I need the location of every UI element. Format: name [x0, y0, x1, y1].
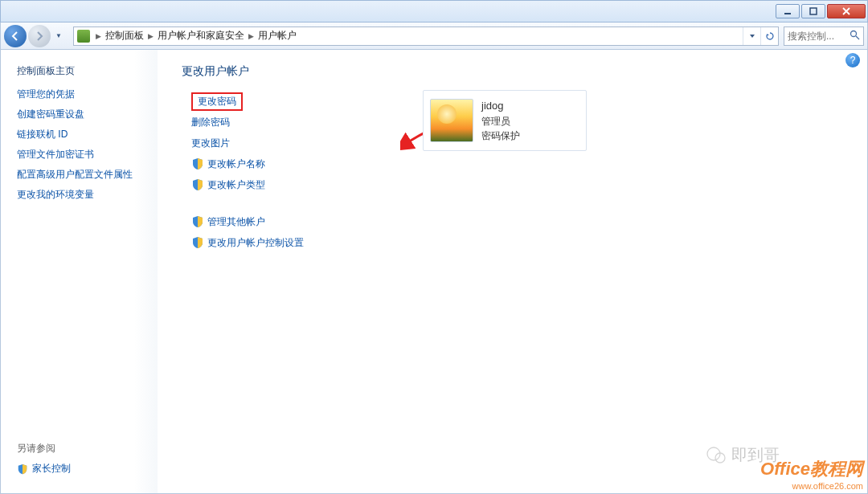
- maximize-button[interactable]: [801, 4, 825, 18]
- breadcrumb-level1[interactable]: 用户帐户和家庭安全: [156, 29, 246, 43]
- user-avatar: [430, 99, 473, 142]
- svg-point-2: [851, 31, 857, 36]
- sidebar-title: 控制面板主页: [17, 64, 149, 78]
- svg-rect-1: [810, 8, 817, 14]
- shield-icon: [191, 215, 204, 228]
- shield-icon: [191, 178, 204, 191]
- chevron-right-icon: ▶: [145, 32, 156, 40]
- breadcrumb-root[interactable]: 控制面板: [104, 29, 145, 43]
- shield-icon: [191, 236, 204, 249]
- window-titlebar: [0, 0, 868, 22]
- search-input[interactable]: [788, 31, 836, 42]
- task-change-picture[interactable]: 更改图片: [191, 137, 230, 150]
- address-dropdown-button[interactable]: [743, 27, 760, 45]
- breadcrumb-level2[interactable]: 用户帐户: [256, 29, 298, 43]
- page-title: 更改用户帐户: [182, 64, 843, 79]
- search-icon[interactable]: [850, 30, 860, 43]
- user-info: jidog 管理员 密码保护: [481, 98, 520, 143]
- close-button[interactable]: [827, 4, 866, 18]
- task-manage-other[interactable]: 管理其他帐户: [207, 215, 265, 229]
- user-protection: 密码保护: [481, 129, 520, 143]
- user-account-card: jidog 管理员 密码保护: [423, 90, 587, 151]
- location-icon: [77, 30, 90, 43]
- sidebar-link-profile[interactable]: 配置高级用户配置文件属性: [17, 168, 149, 182]
- history-dropdown-icon[interactable]: ▼: [55, 32, 65, 39]
- sidebar-link-env[interactable]: 更改我的环境变量: [17, 188, 149, 202]
- task-change-name[interactable]: 更改帐户名称: [207, 157, 265, 171]
- sidebar-link-online-id[interactable]: 链接联机 ID: [17, 128, 149, 141]
- chevron-right-icon: ▶: [246, 32, 256, 40]
- see-also-parental-label: 家长控制: [32, 462, 71, 476]
- navigation-bar: ▼ ▶ 控制面板 ▶ 用户帐户和家庭安全 ▶ 用户帐户: [0, 22, 868, 50]
- watermark-chat: 即到哥: [706, 444, 780, 466]
- task-uac-settings[interactable]: 更改用户帐户控制设置: [207, 236, 304, 250]
- task-change-password[interactable]: 更改密码: [191, 92, 243, 111]
- task-change-type[interactable]: 更改帐户类型: [207, 178, 265, 192]
- see-also-label: 另请参阅: [17, 442, 71, 455]
- shield-icon: [17, 463, 28, 475]
- sidebar-link-credentials[interactable]: 管理您的凭据: [17, 88, 149, 101]
- svg-line-3: [856, 36, 859, 39]
- task-remove-password[interactable]: 删除密码: [191, 116, 230, 129]
- user-name: jidog: [481, 98, 520, 114]
- address-bar[interactable]: ▶ 控制面板 ▶ 用户帐户和家庭安全 ▶ 用户帐户: [73, 27, 779, 46]
- svg-rect-0: [784, 13, 791, 14]
- search-box[interactable]: [784, 27, 864, 46]
- sidebar-link-encryption[interactable]: 管理文件加密证书: [17, 148, 149, 161]
- sidebar-link-reset-disk[interactable]: 创建密码重设盘: [17, 108, 149, 121]
- chevron-right-icon: ▶: [93, 32, 104, 40]
- forward-button[interactable]: [28, 25, 51, 47]
- refresh-button[interactable]: [760, 27, 778, 45]
- minimize-button[interactable]: [776, 4, 800, 18]
- wechat-icon: [706, 445, 727, 466]
- see-also-section: 另请参阅 家长控制: [17, 442, 71, 482]
- user-role: 管理员: [481, 114, 520, 129]
- shield-icon: [191, 157, 204, 170]
- sidebar: 控制面板主页 管理您的凭据 创建密码重设盘 链接联机 ID 管理文件加密证书 配…: [1, 50, 158, 493]
- back-button[interactable]: [4, 25, 27, 47]
- see-also-parental[interactable]: 家长控制: [17, 462, 71, 476]
